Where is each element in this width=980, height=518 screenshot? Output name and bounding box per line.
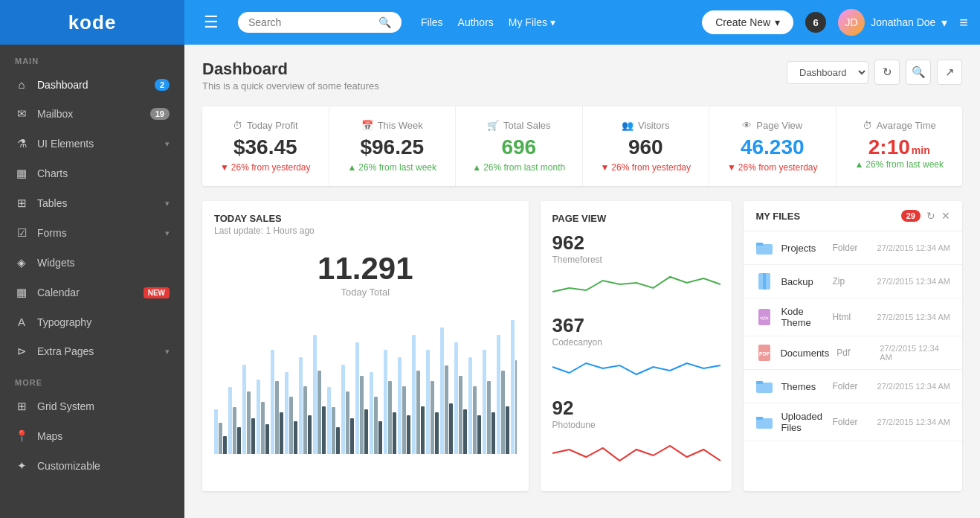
zip-icon	[755, 272, 773, 290]
sidebar-item-calendar[interactable]: ▦ Calendar NEW	[0, 278, 184, 307]
expand-button[interactable]: ↗	[937, 60, 962, 85]
bar-medium	[459, 376, 462, 454]
file-row-documents[interactable]: PDF Documents Pdf 27/2/2015 12:34 AM	[744, 336, 962, 370]
bar-group	[214, 409, 227, 454]
file-date: 27/2/2015 12:34 AM	[877, 243, 950, 252]
nav-authors[interactable]: Authors	[458, 16, 494, 28]
bar-medium	[317, 371, 321, 454]
sidebar-item-dashboard[interactable]: ⌂ Dashboard 2	[0, 70, 184, 99]
search-button[interactable]: 🔍	[906, 60, 931, 85]
bar-group	[355, 342, 368, 454]
bar-group	[327, 387, 340, 454]
menu-lines-icon[interactable]: ≡	[959, 14, 968, 31]
calendar-new-badge: NEW	[144, 287, 170, 298]
home-icon: ⌂	[15, 78, 28, 91]
file-row-uploaded[interactable]: Uploaded Files Folder 27/2/2015 12:34 AM	[744, 403, 962, 441]
sales-bar-chart	[214, 305, 517, 454]
arrow-up-icon: ▲	[854, 159, 863, 170]
sidebar-mailbox-label: Mailbox	[37, 108, 141, 120]
stat-value: 696	[468, 135, 570, 159]
sidebar-tables-label: Tables	[37, 197, 156, 209]
sidebar-item-ui-elements[interactable]: ⚗ UI Elements ▾	[0, 129, 184, 159]
bar-group	[271, 350, 283, 454]
sidebar-grid-label: Grid System	[37, 400, 170, 412]
breadcrumb-select[interactable]: Dashboard	[787, 61, 868, 84]
bar-light	[468, 357, 472, 454]
pdf-svg: PDF	[757, 345, 772, 361]
stat-total-sales: 🛒 Total Sales 696 ▲ 26% from last month	[456, 106, 583, 186]
ui-chevron-icon: ▾	[165, 139, 170, 149]
bar-light	[398, 357, 402, 454]
folder-icon	[755, 239, 773, 257]
map-icon: 📍	[15, 429, 28, 443]
refresh-button[interactable]: ↻	[874, 60, 900, 85]
typography-icon: A	[15, 316, 28, 328]
sidebar-customizable-label: Customizable	[37, 460, 170, 472]
stat-value: $36.45	[214, 135, 317, 159]
files-refresh-icon[interactable]: ↻	[926, 210, 935, 222]
bar-light	[313, 335, 317, 454]
sidebar-item-tables[interactable]: ⊞ Tables ▾	[0, 188, 184, 218]
clock-icon: ⏱	[233, 120, 242, 131]
file-row-projects[interactable]: Projects Folder 27/2/2015 12:34 AM	[744, 231, 962, 265]
bar-light	[511, 320, 515, 454]
bar-group	[384, 350, 396, 454]
arrow-up-icon: ▲	[347, 162, 356, 173]
pv-number-1: 962	[552, 231, 721, 255]
stat-change: ▼ 26% from yesterday	[595, 162, 697, 173]
stat-change: ▼ 26% from yesterday	[721, 162, 824, 173]
bar-medium	[416, 371, 420, 454]
file-date: 27/2/2015 12:34 AM	[877, 313, 950, 322]
file-row-themes[interactable]: Themes Folder 27/2/2015 12:34 AM	[744, 370, 962, 403]
bar-group	[468, 357, 481, 454]
bar-dark	[378, 421, 382, 454]
files-badge: 29	[901, 210, 921, 222]
sidebar-item-forms[interactable]: ☑ Forms ▾	[0, 218, 184, 248]
bar-dark	[265, 424, 269, 454]
stat-page-view: 👁 Page View 46.230 ▼ 26% from yesterday	[709, 106, 836, 186]
stat-change: ▼ 26% from yesterday	[214, 162, 317, 173]
create-new-button[interactable]: Create New ▾	[702, 10, 793, 34]
file-row-kodetheme[interactable]: </> Kode Theme Html 27/2/2015 12:34 AM	[744, 298, 962, 336]
file-row-backup[interactable]: Backup Zip 27/2/2015 12:34 AM	[744, 265, 962, 298]
notification-badge[interactable]: 6	[805, 12, 826, 33]
sidebar-item-customizable[interactable]: ✦ Customizable	[0, 451, 184, 481]
dashboard-badge: 2	[155, 79, 170, 91]
file-name: Kode Theme	[781, 306, 825, 328]
sidebar-item-mailbox[interactable]: ✉ Mailbox 19	[0, 99, 184, 129]
sidebar-item-widgets[interactable]: ◈ Widgets	[0, 248, 184, 278]
pv-number-2: 367	[552, 314, 721, 337]
zip-svg	[757, 273, 772, 290]
bar-medium	[445, 365, 448, 454]
sidebar: MAIN ⌂ Dashboard 2 ✉ Mailbox 19 ⚗ UI Ele…	[0, 45, 184, 518]
search-input[interactable]	[248, 16, 373, 28]
bar-dark	[364, 409, 368, 454]
page-subtitle: This is a quick overview of some feature…	[202, 80, 379, 92]
bar-medium	[346, 391, 349, 454]
user-area[interactable]: JD Jonathan Doe ▾	[838, 9, 947, 36]
hamburger-button[interactable]: ☰	[196, 8, 226, 36]
tables-chevron-icon: ▾	[165, 199, 170, 208]
bar-medium	[275, 381, 279, 454]
file-type: Folder	[833, 417, 870, 427]
sidebar-item-grid[interactable]: ⊞ Grid System	[0, 391, 184, 421]
files-close-icon[interactable]: ✕	[941, 210, 950, 222]
svg-text:PDF: PDF	[759, 351, 770, 356]
folder-svg	[756, 241, 773, 255]
svg-rect-0	[756, 244, 773, 255]
files-header: MY FILES 29 ↻ ✕	[744, 201, 962, 231]
bar-medium	[261, 402, 265, 454]
nav-myfiles[interactable]: My Files ▾	[509, 16, 555, 28]
bar-medium	[332, 407, 335, 454]
sidebar-item-maps[interactable]: 📍 Maps	[0, 421, 184, 451]
sidebar-item-extra-pages[interactable]: ⊳ Extra Pages ▾	[0, 336, 184, 366]
sidebar-item-charts[interactable]: ▦ Charts	[0, 159, 184, 188]
bar-dark	[237, 427, 241, 454]
nav-files[interactable]: Files	[421, 16, 443, 28]
extrapages-chevron-icon: ▾	[165, 347, 170, 356]
sidebar-item-typography[interactable]: A Typography	[0, 307, 184, 336]
file-type: Html	[833, 312, 870, 322]
bar-group	[341, 365, 354, 454]
stat-value: $96.25	[341, 135, 444, 159]
eye-icon: 👁	[742, 120, 752, 131]
